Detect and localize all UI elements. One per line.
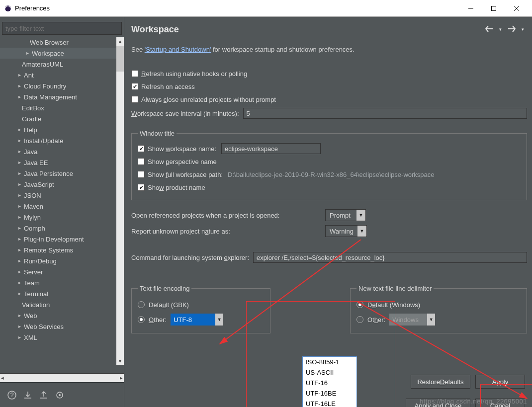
line-delimiter-group: New text file line delimiter Default (Wi… xyxy=(350,285,527,333)
tree-item[interactable]: ▸Install/Update xyxy=(0,135,124,146)
encoding-other-label: Other: xyxy=(149,316,167,324)
tree-item[interactable]: ▸Server xyxy=(0,266,124,277)
preference-tree[interactable]: Web Browser▸WorkspaceAmaterasUML▸Ant▸Clo… xyxy=(0,37,124,365)
page-description: See 'Startup and Shutdown' for workspace… xyxy=(131,46,527,53)
tree-item[interactable]: ▸XML xyxy=(0,332,124,343)
tree-item[interactable]: ▸Data Management xyxy=(0,91,124,102)
encoding-select[interactable]: UTF-8 ▼ xyxy=(171,314,223,326)
encoding-option[interactable]: UTF-16LE xyxy=(303,399,356,407)
encoding-default-label: Default (GBK) xyxy=(149,301,189,309)
filter-input[interactable] xyxy=(2,22,122,35)
tree-item[interactable]: ▸Plug-in Development xyxy=(0,234,124,244)
encoding-option[interactable]: US-ASCII xyxy=(303,367,356,378)
encoding-other-radio[interactable] xyxy=(138,316,145,323)
encoding-option[interactable]: ISO-8859-1 xyxy=(303,357,356,367)
encoding-dropdown-popup[interactable]: ISO-8859-1US-ASCIIUTF-16UTF-16BEUTF-16LE… xyxy=(302,356,357,407)
scroll-right-icon[interactable]: ▸ xyxy=(120,375,123,381)
tree-hscrollbar[interactable]: ◂ ▸ xyxy=(0,373,124,382)
ws-name-input[interactable] xyxy=(221,143,321,154)
import-icon[interactable] xyxy=(23,390,33,400)
show-full-path-label: Show full workspace path: xyxy=(148,171,223,178)
tree-item-label: Gradle xyxy=(22,115,41,123)
sidebar-footer-icons: ? xyxy=(0,382,124,407)
tree-vscrollbar[interactable]: ▴ ▾ xyxy=(116,37,124,365)
tree-item-label: Install/Update xyxy=(24,137,64,145)
tree-item-label: Cloud Foundry xyxy=(24,82,66,90)
ws-full-path: D:\bailu\eclipse-jee-2019-09-R-win32-x86… xyxy=(228,171,435,178)
refresh-access-checkbox[interactable] xyxy=(131,83,138,90)
expand-icon: ▸ xyxy=(17,127,22,132)
tree-item[interactable]: ▸Java xyxy=(0,146,124,157)
tree-item-label: XML xyxy=(24,334,37,341)
cmd-input[interactable] xyxy=(253,252,527,263)
tree-item[interactable]: ▸Java EE xyxy=(0,157,124,168)
tree-item[interactable]: ▸Team xyxy=(0,277,124,288)
svg-text:?: ? xyxy=(10,391,13,399)
scroll-left-icon[interactable]: ◂ xyxy=(1,375,4,381)
expand-icon: ▸ xyxy=(17,214,22,220)
tree-item[interactable]: ▸Web Services xyxy=(0,321,124,332)
line-select[interactable]: Windows ▼ xyxy=(389,314,435,326)
tree-item[interactable]: Web Browser xyxy=(0,37,124,48)
always-close-label: Always close unrelated projects without … xyxy=(141,96,276,103)
tree-item[interactable]: ▸Ant xyxy=(0,70,124,81)
restore-defaults-button[interactable]: Restore Defaults xyxy=(411,375,470,389)
show-ws-name-checkbox[interactable] xyxy=(138,145,145,152)
scroll-thumb[interactable] xyxy=(116,46,124,72)
apply-button[interactable]: Apply xyxy=(475,375,525,389)
encoding-option[interactable]: UTF-16BE xyxy=(303,388,356,399)
tree-item-label: Web Browser xyxy=(30,39,69,46)
view-menu[interactable]: ▾ xyxy=(522,27,524,32)
expand-icon: ▸ xyxy=(17,291,22,296)
startup-shutdown-link[interactable]: 'Startup and Shutdown' xyxy=(145,46,211,53)
open-ref-select[interactable]: Prompt ▼ xyxy=(325,209,366,221)
tree-item[interactable]: ▸Help xyxy=(0,124,124,135)
tree-item[interactable]: Validation xyxy=(0,299,124,310)
expand-icon: ▸ xyxy=(25,50,30,56)
back-button[interactable] xyxy=(485,25,493,34)
tree-item[interactable]: ▸Web xyxy=(0,310,124,321)
tree-item[interactable]: AmaterasUML xyxy=(0,59,124,70)
tree-item[interactable]: ▸Cloud Foundry xyxy=(0,81,124,91)
tree-item[interactable]: ▸Oomph xyxy=(0,223,124,234)
tree-item-label: Mylyn xyxy=(24,214,41,221)
show-product-checkbox[interactable] xyxy=(138,184,145,191)
tree-item[interactable]: EditBox xyxy=(0,102,124,113)
show-perspective-checkbox[interactable] xyxy=(138,158,145,165)
help-icon[interactable]: ? xyxy=(7,390,17,400)
chevron-down-icon: ▼ xyxy=(357,226,366,237)
export-icon[interactable] xyxy=(39,390,49,400)
report-nature-select[interactable]: Warning ▼ xyxy=(325,225,367,237)
save-interval-input[interactable] xyxy=(243,108,527,119)
tree-item[interactable]: Gradle xyxy=(0,113,124,124)
close-button[interactable] xyxy=(505,0,528,16)
line-default-radio[interactable] xyxy=(356,301,363,308)
tree-item[interactable]: ▸Remote Systems xyxy=(0,244,124,255)
tree-item[interactable]: ▸JavaScript xyxy=(0,179,124,190)
encoding-default-radio[interactable] xyxy=(138,301,145,308)
show-full-path-checkbox[interactable] xyxy=(138,171,145,178)
scroll-down-icon[interactable]: ▾ xyxy=(116,357,124,365)
tree-item[interactable]: ▸Java Persistence xyxy=(0,168,124,179)
expand-icon: ▸ xyxy=(17,236,22,242)
refresh-hooks-checkbox[interactable] xyxy=(131,70,138,77)
save-interval-label: Workspace save interval (in minutes): xyxy=(131,110,239,117)
expand-icon: ▸ xyxy=(17,269,22,274)
tree-item[interactable]: ▸JSON xyxy=(0,190,124,201)
line-other-radio[interactable] xyxy=(356,316,363,323)
tree-item[interactable]: ▸Mylyn xyxy=(0,212,124,223)
always-close-checkbox[interactable] xyxy=(131,96,138,103)
tree-item[interactable]: ▸Run/Debug xyxy=(0,255,124,266)
back-history-menu[interactable]: ▾ xyxy=(499,27,502,32)
maximize-button[interactable] xyxy=(482,0,505,16)
tree-item[interactable]: ▸Terminal xyxy=(0,288,124,299)
tree-item-label: Server xyxy=(24,268,43,276)
tree-item[interactable]: ▸Workspace xyxy=(0,48,124,59)
scroll-up-icon[interactable]: ▴ xyxy=(116,37,124,45)
tree-item[interactable]: ▸Maven xyxy=(0,201,124,212)
forward-button[interactable] xyxy=(508,25,516,34)
minimize-button[interactable] xyxy=(459,0,482,16)
oomph-icon[interactable] xyxy=(55,390,65,400)
encoding-option[interactable]: UTF-16 xyxy=(303,378,356,388)
expand-icon: ▸ xyxy=(17,72,22,78)
